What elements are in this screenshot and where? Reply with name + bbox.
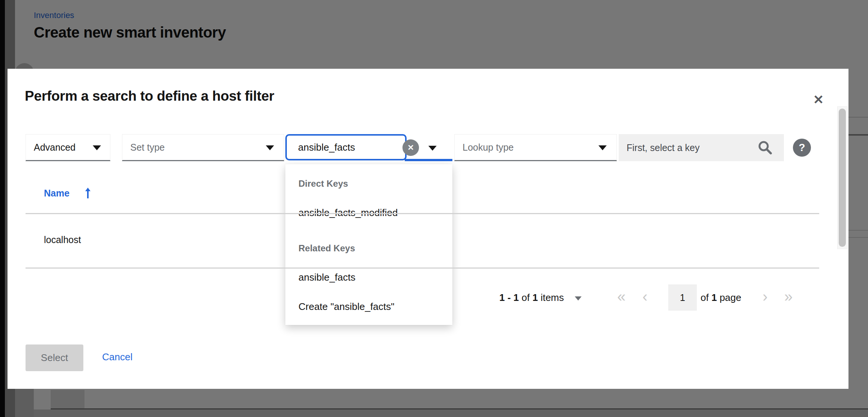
of-word: of (521, 292, 530, 303)
help-icon[interactable]: ? (793, 139, 811, 157)
search-mode-select[interactable]: Advanced (26, 134, 110, 161)
current-page-input[interactable]: 1 (668, 284, 697, 311)
modal-scrollbar-thumb[interactable] (839, 109, 846, 247)
key-input-value: ansible_facts (298, 142, 355, 153)
page-word: page (720, 292, 741, 303)
items-word: items (541, 292, 564, 303)
search-mode-label: Advanced (34, 142, 75, 153)
chevron-down-icon (266, 145, 274, 150)
menu-item[interactable]: ansible_facts (298, 272, 356, 283)
value-search-input[interactable]: First, select a key (619, 134, 784, 161)
set-type-placeholder: Set type (130, 142, 165, 153)
table-divider (26, 267, 819, 269)
items-total: 1 (532, 292, 538, 303)
close-icon[interactable]: ✕ (809, 91, 827, 109)
cancel-button[interactable]: Cancel (102, 351, 133, 363)
previous-page-button[interactable]: ‹ (637, 289, 653, 305)
column-header-name[interactable]: Name (44, 188, 69, 199)
key-typeahead: ansible_facts ✕ (285, 134, 452, 161)
menu-group-related-keys: Related Keys (298, 243, 355, 254)
next-page-button[interactable]: › (757, 289, 773, 305)
pages-total: 1 (711, 292, 717, 303)
select-button[interactable]: Select (26, 344, 83, 371)
typeahead-menu: Direct Keys ansible_facts_modified Relat… (285, 164, 452, 325)
lookup-type-placeholder: Lookup type (463, 142, 514, 153)
chevron-down-icon[interactable] (428, 146, 437, 151)
column-header-label: Name (44, 188, 69, 198)
modal-title: Perform a search to define a host filter (25, 88, 274, 104)
set-type-select[interactable]: Set type (122, 134, 284, 161)
focus-underline (405, 159, 452, 161)
of-word: of (701, 292, 709, 303)
search-icon[interactable] (757, 139, 773, 157)
items-range: 1 - 1 (499, 292, 519, 303)
host-filter-modal: Perform a search to define a host filter… (8, 69, 848, 389)
menu-group-direct-keys: Direct Keys (298, 178, 348, 189)
chevron-down-icon (575, 296, 582, 301)
table-row-localhost[interactable]: localhost (44, 234, 81, 245)
table-divider (26, 213, 819, 214)
value-search-placeholder: First, select a key (627, 142, 700, 153)
first-page-button[interactable]: « (613, 289, 630, 305)
screen: Inventories Create new smart inventory P… (0, 0, 868, 417)
clear-input-icon[interactable]: ✕ (402, 139, 419, 156)
sort-ascending-icon[interactable] (84, 187, 91, 201)
chevron-down-icon (93, 145, 101, 150)
lookup-type-select[interactable]: Lookup type (454, 134, 617, 161)
page-count-label: of 1 page (701, 292, 741, 304)
key-input[interactable]: ansible_facts (285, 134, 407, 160)
items-per-page-menu[interactable]: 1 - 1 of 1 items (499, 292, 582, 304)
last-page-button[interactable]: » (780, 289, 797, 305)
chevron-down-icon (598, 145, 607, 150)
menu-item[interactable]: Create "ansible_facts" (298, 301, 394, 313)
